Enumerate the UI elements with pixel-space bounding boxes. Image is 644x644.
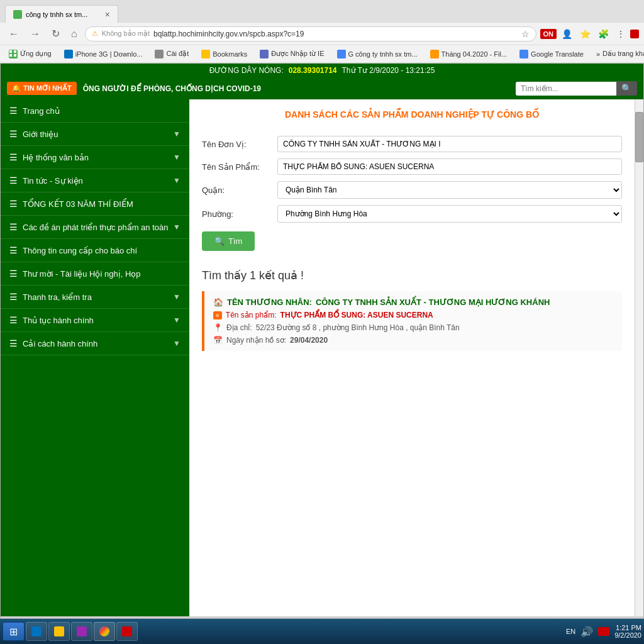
- profile-btn[interactable]: 👤: [559, 28, 575, 40]
- menu-icon: ☰: [9, 175, 18, 186]
- bell-icon: 🔔: [12, 84, 21, 92]
- search-input[interactable]: [516, 82, 616, 96]
- sidebar-item-thongtin[interactable]: ☰ Thông tin cung cấp cho báo chí: [1, 239, 189, 262]
- bookmark-thang[interactable]: Tháng 04.2020 - Fil...: [426, 48, 511, 60]
- sidebar-item-dean[interactable]: ☰ Các đề án phát triển thực phẩm an toàn…: [1, 216, 189, 239]
- more-label: »: [596, 50, 600, 58]
- sidebar: ☰ Trang chủ ☰ Giới thiệu ▼ ☰ Hệ thống vă…: [1, 99, 189, 616]
- sidebar-item-trangchu[interactable]: ☰ Trang chủ: [1, 99, 189, 123]
- search-container: 🔍: [516, 81, 637, 96]
- taskbar-app-folder[interactable]: [48, 622, 70, 641]
- active-tab[interactable]: công ty tnhh sx tm... ×: [5, 5, 118, 23]
- don-vi-input[interactable]: [277, 136, 622, 152]
- start-button[interactable]: ⊞: [3, 622, 25, 641]
- media-taskbar-icon: [77, 626, 87, 636]
- menu-btn[interactable]: ⋮: [614, 28, 628, 40]
- sidebar-item-thanhtra[interactable]: ☰ Thanh tra, kiểm tra ▼: [1, 286, 189, 309]
- taskbar-app-pdf[interactable]: [116, 622, 138, 641]
- sidebar-item-hethongvanban[interactable]: ☰ Hệ thống văn bản ▼: [1, 146, 189, 169]
- bookmark-settings[interactable]: Cài đặt: [151, 48, 192, 60]
- google-icon: [337, 50, 346, 58]
- ie-icon: [64, 50, 73, 58]
- sidebar-item-caicach[interactable]: ☰ Cải cách hành chính ▼: [1, 332, 189, 355]
- menu-icon: ☰: [9, 292, 18, 302]
- gear-icon: [155, 50, 164, 58]
- sidebar-label-gioithieu: Giới thiệu: [23, 130, 58, 139]
- result-card: 🏠 TÊN THƯƠNG NHÂN: CÔNG TY TNHH SẢN XUẤT…: [202, 291, 622, 351]
- settings-label: Cài đặt: [166, 50, 189, 58]
- nav-right-icons: ON 👤 ⭐ 🧩 ⋮: [540, 28, 640, 40]
- bookmark-bookmarks[interactable]: Bookmarks: [197, 48, 251, 60]
- taskbar-app-media[interactable]: [71, 622, 92, 641]
- chevron-down-icon: ▼: [173, 130, 180, 138]
- puzzle-btn[interactable]: 🧩: [596, 28, 611, 40]
- menu-icon: ☰: [9, 315, 18, 325]
- sidebar-label-tongket: TỔNG KẾT 03 NĂM THÍ ĐIỂM: [23, 199, 133, 209]
- search-form: Tên Đơn Vị: Tên Sản Phẩm: Quận: Quận Bìn…: [202, 130, 622, 261]
- folder-icon: [260, 50, 269, 58]
- chrome-icon: [430, 50, 439, 58]
- sidebar-item-tintuc[interactable]: ☰ Tin tức - Sự kiện ▼: [1, 169, 189, 192]
- not-secure-label: Không bảo mật: [102, 30, 150, 38]
- list-icon: ≡: [213, 311, 222, 319]
- bookmark-translate[interactable]: Google Translate: [516, 48, 587, 60]
- result-date-row: 📅 Ngày nhận hồ sơ: 29/04/2020: [213, 336, 613, 345]
- san-pham-label: Tên Sản Phẩm:: [202, 162, 271, 172]
- bookmark-ie[interactable]: Được Nhập từ IE: [256, 48, 328, 60]
- search-submit-button[interactable]: 🔍 Tìm: [202, 231, 255, 251]
- taskbar-app-ie[interactable]: [26, 622, 47, 641]
- scrollbar[interactable]: [635, 99, 643, 616]
- covid-notice: ÔNG NGƯỜI ĐỂ PHÒNG, CHỐNG DỊCH COVID-19: [83, 84, 509, 93]
- news-badge-text: TIN MỚI NHẤT: [23, 84, 72, 92]
- product-prefix: Tên sản phẩm:: [226, 311, 277, 319]
- back-button[interactable]: ←: [5, 27, 23, 41]
- tab-close-btn[interactable]: ×: [105, 9, 110, 19]
- search-icon: 🔍: [214, 236, 225, 246]
- phuong-label: Phường:: [202, 209, 271, 219]
- scrollbar-thumb[interactable]: [635, 112, 643, 162]
- result-product-row: ≡ Tên sản phẩm: THỰC PHẨM BỔ SUNG: ASUEN…: [213, 311, 613, 319]
- phuong-select[interactable]: Phường Bình Hưng Hòa: [277, 205, 622, 223]
- star-icon: [201, 50, 210, 58]
- on-badge: ON: [540, 29, 557, 39]
- taskbar-datetime: 1:21 PM 9/2/2020: [614, 624, 641, 639]
- top-banner: ĐƯỜNG DÂY NÓNG: 028.39301714 Thứ Tư 2/9/…: [1, 64, 643, 77]
- refresh-button[interactable]: ↻: [48, 26, 64, 41]
- sidebar-item-tongket[interactable]: ☰ TỔNG KẾT 03 NĂM THÍ ĐIỂM: [1, 192, 189, 216]
- date-display: Thứ Tư 2/9/2020 - 13:21:25: [342, 66, 435, 75]
- menu-icon: ☰: [9, 338, 18, 348]
- home-button[interactable]: ⌂: [67, 27, 81, 41]
- bookmark-star-icon[interactable]: ☆: [521, 29, 530, 39]
- content-area: DANH SÁCH CÁC SẢN PHẨM DOANH NGHIỆP TỰ C…: [189, 99, 643, 616]
- sidebar-label-thanhtra: Thanh tra, kiểm tra: [23, 292, 92, 302]
- quan-label: Quận:: [202, 186, 271, 195]
- pin-icon: 📍: [213, 323, 223, 332]
- address-bar[interactable]: ⚠ Không bảo mật bqlattp.hochiminhcity.go…: [85, 26, 536, 42]
- bookmark-iphone[interactable]: iPhone 3G | Downlo...: [60, 48, 147, 60]
- chevron-down-icon: ▼: [173, 339, 180, 348]
- hotline-number: 028.39301714: [289, 66, 337, 75]
- bookmark-apps[interactable]: Ứng dụng: [5, 48, 55, 60]
- bookmarks-label: Bookmarks: [213, 50, 247, 58]
- search-button-header[interactable]: 🔍: [616, 81, 637, 96]
- extensions-btn[interactable]: ⭐: [577, 28, 593, 40]
- taskbar-app-chrome[interactable]: [94, 622, 115, 641]
- thang-label: Tháng 04.2020 - Fil...: [441, 50, 508, 58]
- san-pham-input[interactable]: [277, 158, 622, 175]
- bookmark-more[interactable]: » Dấu trang khác: [592, 48, 644, 59]
- menu-icon: ☰: [9, 245, 18, 255]
- chevron-down-icon: ▼: [173, 223, 180, 231]
- merchant-prefix: TÊN THƯƠNG NHÂN:: [227, 297, 312, 307]
- menu-icon: ☰: [9, 199, 18, 209]
- bookmark-google[interactable]: G công ty tnhh sx tm...: [333, 48, 421, 60]
- sidebar-item-gioithieu[interactable]: ☰ Giới thiệu ▼: [1, 123, 189, 146]
- sidebar-item-thumoi[interactable]: ☰ Thư mời - Tài liệu Hội nghị, Họp: [1, 262, 189, 286]
- quan-select[interactable]: Quận Bình Tân: [277, 181, 622, 199]
- volume-icon[interactable]: 🔊: [580, 626, 593, 638]
- forward-button[interactable]: →: [26, 27, 44, 41]
- tab-favicon: [13, 10, 22, 19]
- chevron-down-icon: ▼: [173, 292, 180, 301]
- news-badge: 🔔 TIN MỚI NHẤT: [7, 82, 77, 95]
- sidebar-item-thutuc[interactable]: ☰ Thủ tục hành chính ▼: [1, 309, 189, 332]
- sidebar-label-thongtin: Thông tin cung cấp cho báo chí: [23, 246, 137, 255]
